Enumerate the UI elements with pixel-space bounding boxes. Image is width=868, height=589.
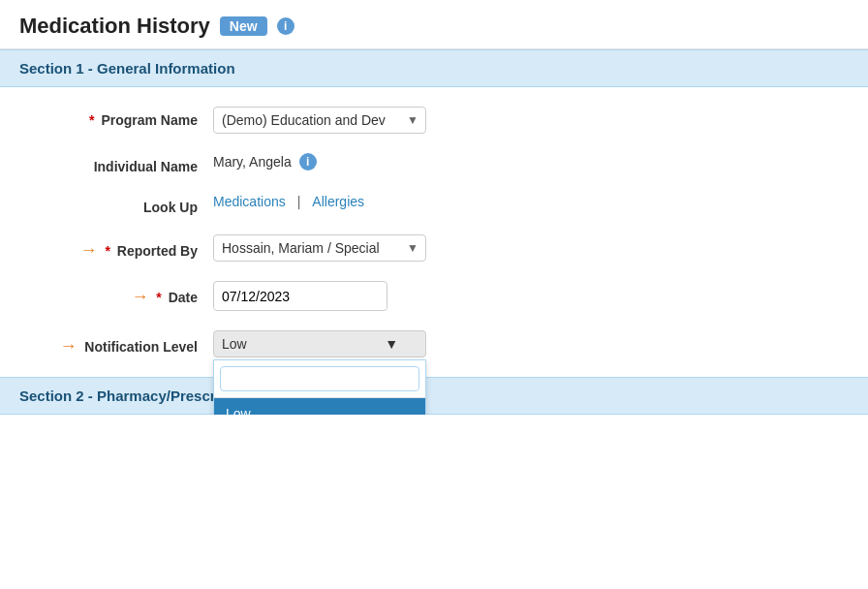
notification-caret: ▼	[385, 336, 398, 352]
dropdown-search-wrapper	[214, 360, 425, 398]
notification-dropdown: Low ▼ Low Medium High	[213, 330, 426, 357]
reported-by-label: → * Reported By	[19, 234, 213, 261]
page-title: Medication History	[19, 14, 210, 39]
notification-level-label: → Notification Level	[19, 330, 213, 356]
dropdown-option-low[interactable]: Low	[214, 398, 425, 415]
notification-dropdown-menu: Low Medium High	[213, 359, 426, 415]
page-info-icon[interactable]: i	[277, 17, 294, 35]
reported-by-control: Hossain, Mariam / Special ▼	[213, 234, 849, 262]
look-up-row: Look Up Medications | Allergies	[0, 184, 868, 225]
section2-header: Section 2 - Pharmacy/Prescribe	[0, 377, 868, 415]
required-star-3: *	[156, 290, 161, 305]
individual-name-control: Mary, Angela i	[213, 153, 849, 170]
individual-name-row: Individual Name Mary, Angela i	[0, 143, 868, 184]
program-name-select-wrapper: (Demo) Education and Dev ▼	[213, 107, 426, 134]
new-badge: New	[220, 16, 267, 36]
reported-by-arrow: →	[80, 240, 98, 260]
notification-trigger[interactable]: Low ▼	[213, 330, 426, 357]
date-row: → * Date 📅	[0, 271, 868, 321]
medications-link[interactable]: Medications	[213, 194, 286, 209]
date-control: 📅	[213, 281, 849, 311]
date-input-wrapper: 📅	[213, 281, 388, 311]
page-header: Medication History New i	[0, 0, 868, 49]
look-up-label: Look Up	[19, 194, 213, 215]
notification-level-control: Low ▼ Low Medium High	[213, 330, 849, 357]
notification-level-row: → Notification Level Low ▼ Low Medium Hi…	[0, 321, 868, 367]
program-name-row: * Program Name (Demo) Education and Dev …	[0, 97, 868, 143]
link-separator: |	[297, 194, 301, 209]
program-name-label: * Program Name	[19, 107, 213, 128]
dropdown-search-input[interactable]	[220, 366, 419, 391]
reported-by-select-wrapper: Hossain, Mariam / Special ▼	[213, 234, 426, 262]
notification-arrow: →	[59, 336, 77, 356]
program-name-control: (Demo) Education and Dev ▼	[213, 107, 849, 134]
section1-header: Section 1 - General Information	[0, 49, 868, 87]
individual-info-icon[interactable]: i	[299, 153, 317, 170]
individual-name-value: Mary, Angela	[213, 154, 292, 170]
reported-by-select[interactable]: Hossain, Mariam / Special	[213, 234, 426, 262]
date-arrow: →	[131, 287, 148, 306]
date-label: → * Date	[19, 281, 213, 307]
program-name-select[interactable]: (Demo) Education and Dev	[213, 107, 426, 134]
form-body: * Program Name (Demo) Education and Dev …	[0, 87, 868, 377]
individual-name-label: Individual Name	[19, 153, 213, 174]
reported-by-row: → * Reported By Hossain, Mariam / Specia…	[0, 225, 868, 271]
look-up-control: Medications | Allergies	[213, 194, 849, 209]
required-star-2: *	[105, 243, 109, 259]
required-star: *	[89, 112, 94, 128]
allergies-link[interactable]: Allergies	[312, 194, 364, 209]
date-input[interactable]	[214, 284, 388, 309]
notification-trigger-value: Low	[222, 336, 247, 352]
